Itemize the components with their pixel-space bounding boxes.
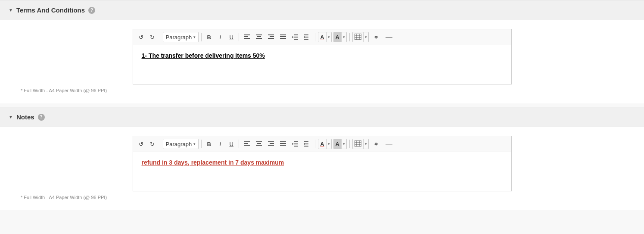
terms-section-title: Terms And Conditions: [16, 6, 85, 14]
notes-help-icon[interactable]: ?: [38, 114, 45, 121]
terms-toolbar-sep4: [315, 33, 315, 41]
svg-rect-1: [244, 36, 248, 37]
terms-undo-button[interactable]: ↺: [137, 32, 146, 42]
notes-align-justify-button[interactable]: [278, 139, 288, 149]
notes-highlight-color-group: A ▾: [333, 139, 347, 149]
terms-section-body: ↺ ↻ Paragraph ▾ B I U: [0, 20, 644, 103]
notes-editor-content[interactable]: refund in 3 days, replacement in 7 days …: [133, 152, 511, 191]
notes-toolbar-sep2: [201, 140, 202, 148]
svg-rect-12: [294, 34, 298, 35]
terms-redo-button[interactable]: ↻: [148, 32, 157, 42]
notes-font-color-button[interactable]: A: [318, 139, 326, 149]
notes-highlight-color-arrow[interactable]: ▾: [341, 139, 346, 149]
notes-indent-decrease-button[interactable]: [290, 139, 300, 149]
svg-rect-18: [304, 37, 308, 37]
terms-help-icon[interactable]: ?: [88, 7, 95, 14]
notes-toolbar-sep4: [315, 140, 315, 148]
notes-font-color-group: A ▾: [318, 139, 331, 149]
notes-hr-button[interactable]: —: [383, 139, 395, 149]
notes-table-group: ▾: [352, 139, 369, 149]
terms-link-button[interactable]: [370, 32, 382, 42]
svg-rect-8: [268, 38, 274, 39]
svg-rect-44: [304, 146, 308, 147]
terms-paragraph-select[interactable]: Paragraph ▾: [163, 32, 199, 42]
svg-rect-4: [257, 36, 261, 37]
svg-rect-5: [256, 38, 262, 39]
terms-editor-content[interactable]: 1- The transfer before delivering items …: [133, 45, 511, 84]
notes-paragraph-label: Paragraph: [166, 141, 192, 147]
terms-chevron-icon: ▼: [9, 8, 13, 12]
svg-marker-38: [292, 143, 294, 145]
notes-font-color-arrow[interactable]: ▾: [326, 139, 331, 149]
notes-undo-button[interactable]: ↺: [137, 139, 146, 149]
terms-bold-button[interactable]: B: [204, 32, 214, 42]
terms-indent-decrease-button[interactable]: [290, 32, 300, 42]
notes-section-title: Notes: [16, 113, 34, 121]
terms-font-color-group: A ▾: [318, 32, 331, 42]
svg-rect-30: [256, 145, 262, 146]
svg-rect-14: [294, 37, 298, 37]
terms-toolbar: ↺ ↻ Paragraph ▾ B I U: [133, 29, 511, 45]
notes-editor: ↺ ↻ Paragraph ▾ B I U: [133, 136, 512, 191]
terms-toolbar-sep2: [201, 33, 202, 41]
terms-align-right-button[interactable]: [266, 32, 276, 42]
terms-highlight-color-group: A ▾: [333, 32, 347, 42]
svg-rect-36: [280, 145, 286, 146]
svg-rect-2: [244, 38, 250, 39]
notes-chevron-icon: ▼: [9, 115, 13, 119]
svg-rect-28: [256, 141, 262, 142]
terms-highlight-color-arrow[interactable]: ▾: [341, 32, 346, 42]
notes-link-button[interactable]: [370, 139, 382, 149]
terms-hr-button[interactable]: —: [383, 32, 395, 42]
terms-font-color-arrow[interactable]: ▾: [326, 32, 331, 42]
svg-rect-41: [304, 141, 308, 142]
svg-rect-40: [294, 146, 298, 147]
notes-highlight-color-button[interactable]: A: [334, 139, 341, 149]
svg-rect-33: [268, 145, 274, 146]
terms-italic-button[interactable]: I: [215, 32, 225, 42]
notes-section-header[interactable]: ▼ Notes ?: [0, 107, 644, 127]
svg-rect-20: [355, 34, 361, 40]
notes-table-arrow[interactable]: ▾: [363, 139, 368, 149]
svg-rect-6: [268, 34, 274, 35]
terms-underline-button[interactable]: U: [227, 32, 236, 42]
terms-highlight-color-button[interactable]: A: [334, 32, 341, 42]
notes-align-right-button[interactable]: [266, 139, 276, 149]
notes-toolbar-sep1: [160, 140, 160, 148]
terms-paragraph-label: Paragraph: [166, 34, 192, 41]
svg-rect-15: [294, 39, 298, 40]
terms-font-color-button[interactable]: A: [318, 32, 326, 42]
notes-underline-button[interactable]: U: [227, 139, 236, 149]
svg-rect-3: [256, 34, 262, 35]
notes-table-button[interactable]: [353, 139, 363, 149]
terms-align-justify-button[interactable]: [278, 32, 288, 42]
notes-align-left-button[interactable]: [242, 139, 252, 149]
terms-align-left-button[interactable]: [242, 32, 252, 42]
terms-toolbar-sep5: [349, 33, 350, 41]
notes-paragraph-select[interactable]: Paragraph ▾: [163, 139, 199, 149]
notes-section-body: ↺ ↻ Paragraph ▾ B I U: [0, 127, 644, 210]
notes-bold-button[interactable]: B: [204, 139, 214, 149]
svg-marker-13: [292, 36, 294, 38]
terms-align-center-button[interactable]: [254, 32, 264, 42]
svg-rect-31: [268, 141, 274, 142]
terms-table-button[interactable]: [353, 32, 363, 42]
svg-rect-19: [304, 39, 308, 40]
terms-paragraph-chevron-icon: ▾: [193, 35, 196, 39]
notes-indent-increase-button[interactable]: [302, 139, 312, 149]
terms-toolbar-sep3: [239, 33, 239, 41]
terms-table-arrow[interactable]: ▾: [363, 32, 368, 42]
svg-rect-37: [294, 141, 298, 142]
notes-align-center-button[interactable]: [254, 139, 264, 149]
terms-indent-increase-button[interactable]: [302, 32, 312, 42]
svg-rect-7: [270, 36, 274, 37]
notes-redo-button[interactable]: ↻: [148, 139, 157, 149]
svg-rect-35: [280, 143, 286, 144]
notes-toolbar-sep5: [349, 140, 350, 148]
terms-section-header[interactable]: ▼ Terms And Conditions ?: [0, 0, 644, 20]
notes-italic-button[interactable]: I: [215, 139, 225, 149]
svg-rect-9: [280, 34, 286, 35]
svg-rect-43: [304, 144, 308, 144]
svg-rect-10: [280, 36, 286, 37]
terms-section: ▼ Terms And Conditions ? ↺ ↻ Paragraph ▾…: [0, 0, 644, 103]
